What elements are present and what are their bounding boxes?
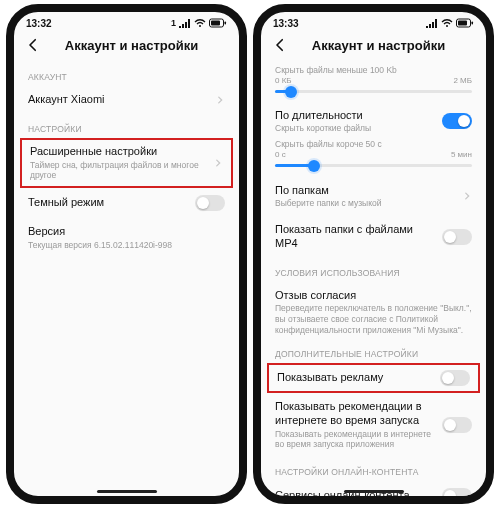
- advanced-settings-row[interactable]: Расширенные настройки Таймер сна, фильтр…: [20, 138, 233, 188]
- duration-row[interactable]: По длительности Скрыть короткие файлы: [261, 103, 486, 136]
- status-bar: 13:32 1: [14, 12, 239, 34]
- header: Аккаунт и настройки: [14, 34, 239, 62]
- row-title: Сервисы онлайн-контента: [275, 489, 434, 496]
- show-ads-toggle[interactable]: [440, 370, 470, 386]
- back-icon[interactable]: [24, 36, 42, 54]
- row-title: По длительности: [275, 109, 434, 123]
- signal-icon: [426, 18, 438, 28]
- svg-rect-2: [225, 22, 227, 25]
- row-sub: Переведите переключатель в положение "Вы…: [275, 303, 472, 335]
- slider-max: 5 мин: [451, 150, 472, 159]
- row-sub: Скрыть короткие файлы: [275, 123, 434, 134]
- status-icons: 1: [171, 18, 227, 28]
- status-extra-number: 1: [171, 18, 176, 28]
- status-icons: [426, 18, 474, 28]
- row-sub: Показывать рекомендации в интернете во в…: [275, 429, 434, 450]
- slider-max: 2 МБ: [453, 76, 472, 85]
- row-title: Темный режим: [28, 196, 187, 210]
- dark-mode-toggle[interactable]: [195, 195, 225, 211]
- row-title: По папкам: [275, 184, 454, 198]
- show-ads-row[interactable]: Показывать рекламу: [267, 363, 480, 393]
- chevron-right-icon: [213, 158, 223, 168]
- consent-row[interactable]: Отзыв согласия Переведите переключатель …: [261, 282, 486, 340]
- row-sub: Текущая версия 6.15.02.111420i-998: [28, 240, 225, 251]
- back-icon[interactable]: [271, 36, 289, 54]
- content: Скрыть файлы меньше 100 Kb 0 КБ 2 МБ По …: [261, 62, 486, 496]
- hide-short-files-slider-row: Скрыть файлы короче 50 с 0 с 5 мин: [261, 136, 486, 177]
- hide-small-files-slider-row: Скрыть файлы меньше 100 Kb 0 КБ 2 МБ: [261, 62, 486, 103]
- page-title: Аккаунт и настройки: [299, 38, 458, 53]
- section-settings: НАСТРОЙКИ: [14, 114, 239, 138]
- duration-toggle[interactable]: [442, 113, 472, 129]
- page-title: Аккаунт и настройки: [52, 38, 211, 53]
- row-sub: Таймер сна, фильтрация файлов и многое д…: [30, 160, 205, 181]
- battery-icon: [209, 18, 227, 28]
- xiaomi-account-row[interactable]: Аккаунт Xiaomi: [14, 86, 239, 114]
- chevron-right-icon: [462, 191, 472, 201]
- online-services-row[interactable]: Сервисы онлайн-контента: [261, 481, 486, 496]
- signal-icon: [179, 18, 191, 28]
- battery-icon: [456, 18, 474, 28]
- row-title: Версия: [28, 225, 225, 239]
- row-title: Показывать рекомендации в интернете во в…: [275, 400, 434, 428]
- slider-min: 0 КБ: [275, 76, 292, 85]
- hide-short-files-slider[interactable]: [275, 159, 472, 173]
- svg-point-0: [199, 25, 201, 27]
- phone-right: 13:33 Аккаунт и настройки Скрыть файлы м…: [253, 4, 494, 504]
- status-time: 13:33: [273, 18, 299, 29]
- section-online: НАСТРОЙКИ ОНЛАЙН-КОНТЕНТА: [261, 457, 486, 481]
- chevron-right-icon: [215, 95, 225, 105]
- svg-rect-7: [458, 21, 467, 26]
- row-sub: Скрыть файлы короче 50 с: [275, 139, 472, 150]
- phone-left: 13:32 1 Аккаунт и настройки АККАУНТ Акка…: [6, 4, 247, 504]
- mp4-toggle[interactable]: [442, 229, 472, 245]
- row-title: Показать папки с файлами MP4: [275, 223, 434, 251]
- row-sub: Выберите папки с музыкой: [275, 198, 454, 209]
- svg-point-4: [446, 25, 448, 27]
- hide-small-files-slider[interactable]: [275, 85, 472, 99]
- section-account: АККАУНТ: [14, 62, 239, 86]
- wifi-icon: [194, 18, 206, 28]
- folders-row[interactable]: По папкам Выберите папки с музыкой: [261, 177, 486, 216]
- version-row[interactable]: Версия Текущая версия 6.15.02.111420i-99…: [14, 218, 239, 257]
- svg-rect-6: [472, 22, 474, 25]
- section-extra: ДОПОЛНИТЕЛЬНЫЕ НАСТРОЙКИ: [261, 339, 486, 363]
- row-title: Отзыв согласия: [275, 289, 472, 303]
- section-terms: УСЛОВИЯ ИСПОЛЬЗОВАНИЯ: [261, 258, 486, 282]
- row-title: Аккаунт Xiaomi: [28, 93, 207, 107]
- dark-mode-row[interactable]: Темный режим: [14, 188, 239, 218]
- row-sub: Скрыть файлы меньше 100 Kb: [275, 65, 472, 76]
- recommendations-toggle[interactable]: [442, 417, 472, 433]
- recommendations-row[interactable]: Показывать рекомендации в интернете во в…: [261, 393, 486, 457]
- status-bar: 13:33: [261, 12, 486, 34]
- online-services-toggle[interactable]: [442, 488, 472, 496]
- content: АККАУНТ Аккаунт Xiaomi НАСТРОЙКИ Расшире…: [14, 62, 239, 496]
- svg-rect-3: [211, 21, 220, 26]
- wifi-icon: [441, 18, 453, 28]
- header: Аккаунт и настройки: [261, 34, 486, 62]
- mp4-folders-row[interactable]: Показать папки с файлами MP4: [261, 216, 486, 258]
- row-title: Показывать рекламу: [277, 371, 432, 385]
- status-time: 13:32: [26, 18, 52, 29]
- slider-min: 0 с: [275, 150, 286, 159]
- row-title: Расширенные настройки: [30, 145, 205, 159]
